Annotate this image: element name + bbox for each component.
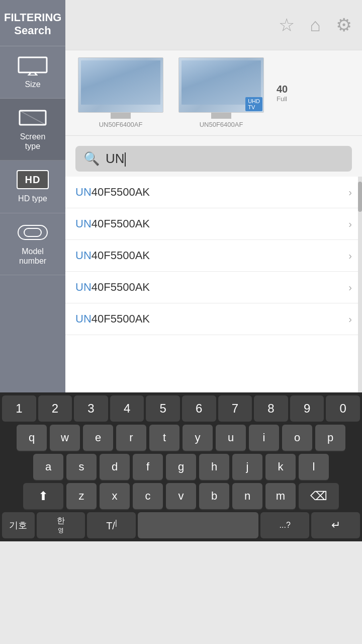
handwriting-key[interactable]: T/| [87,512,136,538]
svg-rect-0 [19,57,47,72]
key-b[interactable]: b [199,483,229,509]
key-c[interactable]: c [133,483,163,509]
home-icon[interactable]: ⌂ [310,15,321,36]
search-value: UN [106,151,125,166]
key-f[interactable]: f [133,454,163,480]
sidebar-item-model-number[interactable]: Model number [0,213,65,275]
key-x[interactable]: x [100,483,130,509]
search-cursor [125,152,126,167]
key-m[interactable]: m [265,483,296,509]
key-q[interactable]: q [17,425,47,451]
key-l[interactable]: l [299,454,329,480]
shift-icon: ⬆ [38,489,48,503]
result-item-1[interactable]: UN40F5500AK › [65,208,362,240]
bottom-row: 기호 한 영 T/| ...? ↵ [0,512,362,538]
search-icon: 🔍 [83,151,100,167]
thumbnail-item-0[interactable]: UN50F6400AF [75,57,166,128]
key-v[interactable]: v [166,483,196,509]
key-2[interactable]: 2 [38,395,72,422]
sidebar-item-size[interactable]: Size [0,46,65,99]
question-key[interactable]: ...? [260,512,309,538]
hd-type-icon: HD [17,170,49,190]
enter-icon: ↵ [331,519,340,532]
tv-size-icon [17,55,49,75]
thumb-stand-0 [111,113,131,119]
top-bar: ☆ ⌂ ⚙ [65,0,362,50]
key-h[interactable]: h [199,454,229,480]
model-number-icon [17,222,49,243]
key-n[interactable]: n [232,483,262,509]
handwriting-label: T/| [106,519,117,532]
scrollbar-thumb[interactable] [358,182,362,212]
key-p[interactable]: p [315,425,345,451]
key-j[interactable]: j [232,454,262,480]
thumb-label-1: UN50F6400AF [200,121,243,128]
key-5[interactable]: 5 [146,395,180,422]
result-item-4[interactable]: UN40F5500AK › [65,303,362,335]
enter-key[interactable]: ↵ [311,512,360,538]
star-icon[interactable]: ☆ [279,15,295,36]
key-4[interactable]: 4 [110,395,144,422]
symbol-label: 기호 [9,519,27,531]
symbol-key[interactable]: 기호 [2,512,35,538]
sidebar-item-hd-type[interactable]: HD HD type [0,160,65,213]
thumb-image-0 [78,57,163,113]
sidebar-item-screen-type-label: Screen type [20,132,46,151]
keyboard: 1 2 3 4 5 6 7 8 9 0 q w e r t y u i o p … [0,392,362,541]
key-s[interactable]: s [66,454,97,480]
result-highlight-2: UN [75,249,92,262]
key-e[interactable]: e [83,425,113,451]
sidebar-item-screen-type[interactable]: Screen type [0,99,65,160]
partial-type: Full [277,95,287,103]
settings-icon[interactable]: ⚙ [336,15,352,36]
result-highlight-3: UN [75,281,92,293]
backspace-key[interactable]: ⌫ [299,483,339,509]
key-u[interactable]: u [216,425,246,451]
lang-label-2: 영 [58,526,64,535]
qwerty-row: q w e r t y u i o p [0,425,362,451]
result-arrow-0: › [348,187,352,198]
shift-key[interactable]: ⬆ [23,483,63,509]
result-item-2[interactable]: UN40F5500AK › [65,240,362,272]
search-label: Search [4,24,61,37]
result-item-3[interactable]: UN40F5500AK › [65,272,362,303]
result-arrow-3: › [348,282,352,293]
key-y[interactable]: y [183,425,213,451]
key-g[interactable]: g [166,454,196,480]
result-highlight-4: UN [75,312,92,325]
thumbnail-item-1[interactable]: UHDTV UN50F6400AF [176,57,266,128]
result-text-4: UN40F5500AK [75,312,150,326]
key-7[interactable]: 7 [218,395,252,422]
key-z[interactable]: z [66,483,97,509]
key-a[interactable]: a [33,454,63,480]
result-text-1: UN40F5500AK [75,217,150,230]
scrollbar-track [358,177,362,392]
backspace-icon: ⌫ [310,489,327,503]
space-key[interactable] [138,512,258,538]
thumbnails-row: UN50F6400AF UHDTV UN50F6400AF 40 Full [65,50,362,136]
lang-key[interactable]: 한 영 [37,512,85,538]
asdf-row: a s d f g h j k l [0,454,362,480]
results-list: UN40F5500AK › UN40F5500AK › UN40F5500AK … [65,177,362,392]
key-w[interactable]: w [50,425,80,451]
key-3[interactable]: 3 [74,395,108,422]
key-k[interactable]: k [265,454,296,480]
uhd-badge: UHDTV [245,97,262,111]
key-r[interactable]: r [116,425,146,451]
key-1[interactable]: 1 [2,395,36,422]
result-text-3: UN40F5500AK [75,281,150,294]
key-6[interactable]: 6 [182,395,216,422]
key-d[interactable]: d [100,454,130,480]
search-box[interactable]: 🔍 UN [75,146,352,172]
search-input[interactable]: UN [106,151,344,167]
key-t[interactable]: t [149,425,179,451]
key-0[interactable]: 0 [326,395,360,422]
key-9[interactable]: 9 [290,395,324,422]
key-o[interactable]: o [282,425,312,451]
svg-line-5 [20,111,46,125]
lang-label: 한 [57,516,65,526]
question-label: ...? [280,521,291,530]
key-8[interactable]: 8 [254,395,288,422]
result-item-0[interactable]: UN40F5500AK › [65,177,362,208]
key-i[interactable]: i [249,425,279,451]
